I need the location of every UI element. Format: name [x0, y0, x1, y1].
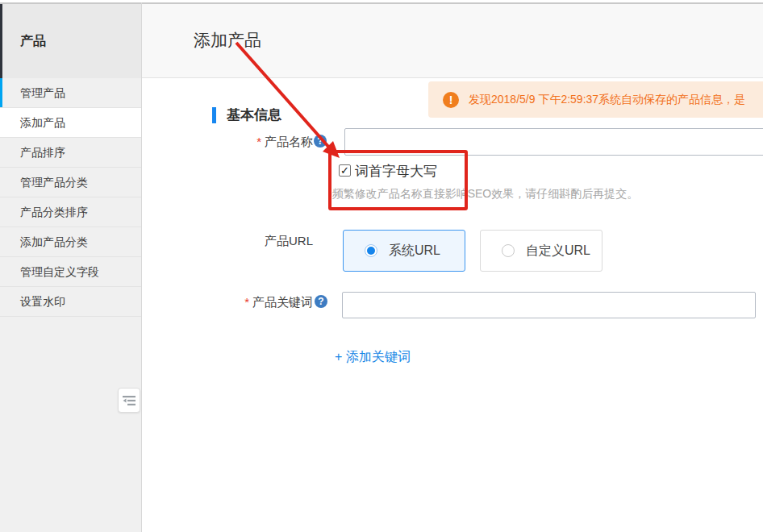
radio-option-custom-url[interactable]: 自定义URL [480, 230, 602, 272]
sidebar-title: 产品 [0, 4, 141, 78]
sidebar-menu: 管理产品添加产品产品排序管理产品分类产品分类排序添加产品分类管理自定义字段设置水… [0, 78, 141, 317]
product-name-label: *产品名称 [202, 135, 313, 150]
product-url-label: 产品URL [202, 234, 313, 249]
radio-dot-custom-url [502, 244, 515, 257]
product-keywords-help-icon[interactable]: ? [315, 295, 327, 308]
sidebar-item-manage-custom-fields[interactable]: 管理自定义字段 [0, 257, 141, 287]
sidebar-item-manage-products[interactable]: 管理产品 [0, 78, 141, 108]
radio-option-system-url[interactable]: 系统URL [343, 230, 465, 272]
radio-dot-system-url [365, 244, 377, 257]
sidebar-item-product-sort[interactable]: 产品排序 [0, 138, 141, 168]
page-header: 添加产品 [142, 4, 763, 78]
product-name-help-icon[interactable]: ? [314, 135, 327, 148]
sidebar-item-manage-categories[interactable]: 管理产品分类 [0, 168, 141, 197]
title-case-checkbox-label[interactable]: 词首字母大写 [355, 162, 437, 181]
title-case-checkbox[interactable]: ✓ [339, 164, 351, 177]
sidebar-background [0, 317, 141, 532]
collapse-sidebar-icon [123, 395, 136, 406]
product-keywords-label: *产品关键词 [202, 295, 313, 310]
product-keywords-input[interactable] [342, 292, 756, 318]
warning-icon: ! [443, 92, 459, 108]
sidebar-item-add-product[interactable]: 添加产品 [0, 108, 141, 138]
sidebar-item-watermark[interactable]: 设置水印 [0, 287, 141, 317]
page-title: 添加产品 [194, 29, 261, 52]
radio-label-system-url: 系统URL [389, 243, 440, 260]
radio-label-custom-url: 自定义URL [526, 243, 590, 260]
section-title: 基本信息 [227, 106, 281, 124]
product-name-hint: -频繁修改产品名称直接影响SEO效果，请仔细斟酌后再提交。 [328, 187, 638, 202]
sidebar-item-add-category[interactable]: 添加产品分类 [0, 227, 141, 257]
required-mark: * [256, 135, 261, 148]
collapse-sidebar-button[interactable] [118, 388, 140, 413]
notification-text: 发现2018/5/9 下午2:59:37系统自动保存的产品信息，是 [469, 93, 745, 107]
required-mark: * [244, 295, 249, 309]
add-keyword-link[interactable]: + 添加关键词 [335, 349, 411, 366]
sidebar-item-accent [0, 78, 2, 107]
product-name-input[interactable] [344, 128, 763, 156]
section-accent-bar [212, 107, 216, 123]
sidebar-item-category-sort[interactable]: 产品分类排序 [0, 197, 141, 227]
sidebar-divider [141, 2, 142, 532]
autosave-notification[interactable]: ! 发现2018/5/9 下午2:59:37系统自动保存的产品信息，是 [428, 81, 763, 118]
